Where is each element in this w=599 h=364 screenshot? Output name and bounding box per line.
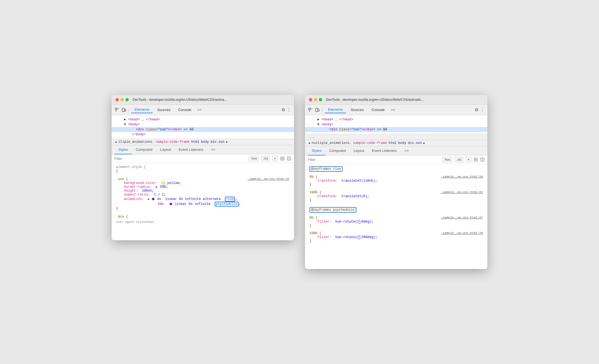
right-tab-console[interactable]: Console	[368, 107, 388, 113]
right-breadcrumb-body[interactable]: body	[398, 141, 406, 145]
dom-line-div-sun[interactable]: <div class="sun"></div> == $0	[112, 127, 294, 132]
rise-0pct-transform-prop: transform:	[317, 179, 337, 183]
right-breadcrumb-left-arrow[interactable]: ◀	[308, 141, 310, 145]
right-device-icon[interactable]	[314, 107, 320, 113]
right-toolbar-divider	[322, 108, 322, 112]
right-breadcrumb-right-arrow[interactable]: ▶	[424, 141, 425, 145]
tab-console[interactable]: Console	[175, 107, 195, 113]
right-traffic-lights	[309, 98, 322, 101]
panel-tab-more[interactable]: >>	[207, 145, 219, 154]
right-gear-icon[interactable]: ⚙	[475, 107, 479, 112]
keyframes-psychedelic-rule: @keyframes psychedelic	[305, 206, 487, 214]
psychedelic-highlight: psychedelic	[215, 202, 239, 207]
anim-swatch[interactable]	[152, 198, 154, 200]
right-tab-sources[interactable]: Sources	[347, 107, 367, 113]
aspect-ratio-value: 1 / 1	[154, 193, 164, 197]
border-radius-expand[interactable]: ▶	[156, 185, 157, 189]
right-panel-tab-computed[interactable]: Computed	[325, 146, 350, 155]
breadcrumb-divsun[interactable]: div.sun	[211, 140, 224, 144]
left-filter-bar: :hov .cls +	[112, 154, 294, 163]
element-style-selector: element.style {	[116, 165, 146, 169]
svg-rect-4	[124, 109, 126, 111]
rise-100pct-close: }	[309, 198, 311, 202]
psych-100pct-filter-value: hue-rotate(	[335, 235, 357, 239]
panel-tab-styles[interactable]: Styles	[114, 145, 132, 154]
psych-0pct-close: }	[309, 224, 311, 228]
right-panel-tab-layout[interactable]: Layout	[350, 146, 368, 155]
minimize-button[interactable]	[120, 98, 124, 101]
anim-expand[interactable]: ▶	[148, 197, 149, 201]
psych-0pct-source[interactable]: _sample_.ap…ons.html:67	[441, 216, 483, 219]
rise-0pct-source[interactable]: _sample_.ap…ons.html:58	[441, 175, 483, 178]
panel-tab-layout[interactable]: Layout	[156, 145, 175, 154]
right-maximize-button[interactable]	[319, 98, 322, 101]
right-filter-hov-btn[interactable]: :hov	[442, 157, 452, 162]
left-filter-input[interactable]	[114, 157, 246, 161]
right-breadcrumb-divsun[interactable]: div.sun	[408, 141, 422, 145]
breadcrumb-link[interactable]: sample-code-frame	[156, 140, 190, 144]
right-filter-input[interactable]	[308, 158, 440, 162]
inspect-icon[interactable]	[114, 107, 120, 113]
dom-line-body-open: ▼ <body>	[112, 122, 294, 127]
psych-100pct-filter-prop: filter:	[317, 235, 331, 239]
right-tab-elements[interactable]: Elements	[325, 106, 346, 113]
right-panel-tabs: Styles Computed Layout Event Listeners >…	[305, 146, 487, 155]
right-filter-add-btn[interactable]: +	[466, 157, 471, 162]
filter-icon-1[interactable]	[280, 156, 285, 161]
animation-prop: animation:	[124, 197, 144, 201]
right-inspect-icon[interactable]	[308, 107, 313, 113]
filter-add-btn[interactable]: +	[272, 156, 278, 161]
left-panel-tabs: Styles Computed Layout Event Listeners >…	[112, 145, 294, 154]
anim-swatch-2[interactable]	[170, 203, 172, 205]
breadcrumb-body[interactable]: body	[201, 140, 209, 144]
maximize-button[interactable]	[125, 98, 129, 101]
right-dom-tree: ▶ <head> … </head> ▼ <body> <div class="…	[305, 115, 487, 134]
sun-source[interactable]: _sample_.ap…ons.html:47	[248, 177, 290, 181]
right-tab-more[interactable]: >>	[389, 107, 397, 113]
dom-line-head: ▶ <head> … </head>	[112, 117, 294, 122]
rise-100pct-selector: 100% {	[309, 191, 321, 194]
breadcrumb-html[interactable]: html	[191, 140, 199, 144]
psych-100pct-source[interactable]: _sample_.ap…ons.html:70	[441, 231, 483, 235]
breadcrumb-right-arrow[interactable]: ▶	[226, 140, 228, 144]
left-styles-content: element.style { } _sample_.ap…ons.html:4…	[112, 163, 294, 240]
rise-100pct-source[interactable]: _sample_.ap…ons.html:61	[441, 191, 483, 194]
panel-tab-event-listeners[interactable]: Event Listeners	[175, 145, 207, 154]
gear-icon[interactable]: ⚙	[281, 107, 285, 112]
filter-hov-btn[interactable]: :hov	[249, 156, 259, 161]
right-dom-line-div[interactable]: <div class="sun"></div> == $0	[305, 127, 487, 132]
right-more-icon[interactable]: ⋮	[480, 107, 485, 112]
filter-icon-2[interactable]	[287, 156, 291, 161]
tab-more[interactable]: >>	[196, 107, 203, 113]
rise-100pct-rule: _sample_.ap…ons.html:61 100% { transform…	[305, 189, 487, 203]
close-button[interactable]	[115, 98, 119, 101]
right-filter-icon-1[interactable]	[474, 157, 478, 162]
yellow-swatch[interactable]	[162, 182, 165, 184]
dom-line-body-close: </body>	[112, 132, 294, 137]
right-panel-tab-more[interactable]: >>	[401, 146, 413, 155]
right-filter-cls-btn[interactable]: .cls	[454, 157, 463, 162]
div-rule-partial: .div {	[112, 214, 294, 220]
more-icon[interactable]: ⋮	[287, 107, 291, 112]
right-panel-tab-event-listeners[interactable]: Event Listeners	[368, 146, 401, 155]
filter-cls-btn[interactable]: .cls	[261, 156, 270, 161]
dots-text: ...	[308, 135, 314, 139]
right-dom-line-head: ▶ <head> … </head>	[305, 117, 487, 122]
aspect-ratio-prop: aspect-ratio:	[124, 193, 150, 197]
right-panel-tab-styles[interactable]: Styles	[308, 146, 325, 155]
panel-tab-computed[interactable]: Computed	[132, 145, 156, 154]
right-filter-icon-2[interactable]	[480, 157, 485, 162]
right-toolbar-right: ⚙ ⋮	[475, 107, 485, 112]
breadcrumb-left-arrow[interactable]: ◀	[115, 140, 117, 144]
left-dom-tree: ▶ <head> … </head> ▼ <body> <div class="…	[112, 115, 294, 139]
psych-100pct-selector: 100% {	[309, 231, 321, 235]
right-minimize-button[interactable]	[314, 98, 317, 101]
right-breadcrumb-link[interactable]: sample-code-frame	[353, 141, 387, 145]
keyframes-rise-selector: @keyframes rise	[311, 167, 341, 171]
device-icon[interactable]	[121, 107, 127, 113]
tab-elements[interactable]: Elements	[131, 106, 153, 113]
right-close-button[interactable]	[309, 98, 312, 101]
tab-sources[interactable]: Sources	[154, 107, 174, 113]
rise-highlight: rise	[225, 197, 235, 202]
right-breadcrumb-html[interactable]: html	[388, 141, 396, 145]
